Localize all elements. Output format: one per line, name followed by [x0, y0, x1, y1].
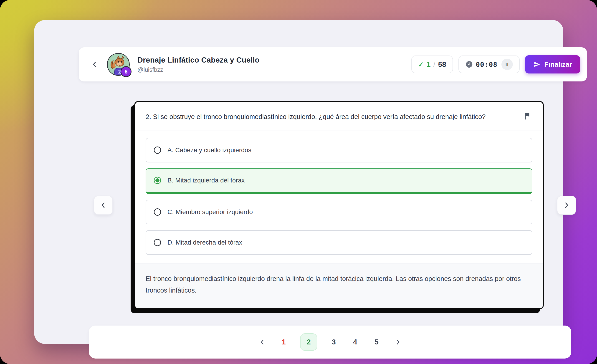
- pause-button[interactable]: II: [502, 59, 513, 70]
- progress-separator: /: [433, 60, 435, 69]
- chevron-right-icon: [563, 201, 570, 209]
- deck-title: Drenaje Linfático Cabeza y Cuello: [137, 56, 259, 64]
- flag-icon: [524, 112, 532, 121]
- progress-total: 58: [438, 60, 446, 69]
- option-a[interactable]: A. Cabeza y cuello izquierdos: [146, 138, 532, 162]
- clock-icon: [465, 61, 473, 68]
- question-text: 2. Si se obstruye el tronco bronquiomedi…: [146, 111, 524, 123]
- page-4[interactable]: 4: [350, 334, 360, 350]
- header-bar: 6 Drenaje Linfático Cabeza y Cuello @lui…: [79, 47, 587, 81]
- pagination-bar: 1 2 3 4 5: [89, 325, 571, 358]
- deck-author-username[interactable]: @luisfbzz: [137, 66, 259, 73]
- radio-unselected-icon[interactable]: [154, 147, 161, 154]
- prev-question-button[interactable]: [94, 196, 113, 215]
- radio-unselected-icon[interactable]: [154, 239, 161, 246]
- header-right-group: ✓ 1 / 58 00:08 II F: [411, 55, 580, 73]
- avatar[interactable]: 6: [107, 53, 130, 76]
- option-b-selected[interactable]: B. Mitad izquierda del tórax: [146, 168, 532, 194]
- chevron-right-icon: [394, 339, 401, 346]
- next-question-button[interactable]: [557, 196, 576, 215]
- option-d[interactable]: D. Mitad derecha del tórax: [146, 230, 532, 255]
- radio-unselected-icon[interactable]: [154, 208, 161, 216]
- option-a-label: A. Cabeza y cuello izquierdos: [167, 147, 251, 154]
- progress-counter: ✓ 1 / 58: [411, 55, 453, 73]
- back-button[interactable]: [88, 58, 102, 71]
- options-list: A. Cabeza y cuello izquierdos B. Mitad i…: [135, 131, 543, 263]
- page-1-wrong[interactable]: 1: [279, 334, 289, 350]
- progress-current: 1: [427, 60, 431, 69]
- send-icon: [533, 61, 541, 68]
- chevron-left-icon: [259, 339, 266, 346]
- finalize-button[interactable]: Finalizar: [525, 55, 580, 73]
- timer-pill: 00:08 II: [458, 55, 520, 73]
- page-2-current[interactable]: 2: [300, 333, 317, 351]
- option-d-label: D. Mitad derecha del tórax: [167, 239, 242, 246]
- check-icon: ✓: [418, 61, 424, 69]
- level-badge: 6: [121, 66, 132, 77]
- page-3[interactable]: 3: [329, 334, 339, 350]
- app-window: 6 Drenaje Linfático Cabeza y Cuello @lui…: [34, 20, 563, 344]
- chevron-left-icon: [91, 61, 99, 68]
- gradient-background: 6 Drenaje Linfático Cabeza y Cuello @lui…: [0, 0, 597, 364]
- option-c-label: C. Miembro superior izquierdo: [167, 208, 253, 216]
- answer-explanation: El tronco bronquiomediastínico izquierdo…: [135, 263, 543, 308]
- question-header: 2. Si se obstruye el tronco bronquiomedi…: [135, 102, 543, 131]
- option-b-label: B. Mitad izquierda del tórax: [167, 177, 244, 184]
- timer-value: 00:08: [476, 61, 497, 69]
- radio-selected-icon[interactable]: [154, 177, 161, 184]
- pagination-next-button[interactable]: [393, 337, 403, 347]
- option-c[interactable]: C. Miembro superior izquierdo: [146, 200, 532, 224]
- page-5[interactable]: 5: [371, 334, 382, 350]
- chevron-left-icon: [99, 201, 107, 209]
- finalize-label: Finalizar: [544, 61, 572, 68]
- flag-question-button[interactable]: [524, 112, 532, 121]
- question-card: 2. Si se obstruye el tronco bronquiomedi…: [134, 101, 544, 309]
- title-block: Drenaje Linfático Cabeza y Cuello @luisf…: [137, 56, 259, 73]
- pagination-prev-button[interactable]: [257, 337, 267, 347]
